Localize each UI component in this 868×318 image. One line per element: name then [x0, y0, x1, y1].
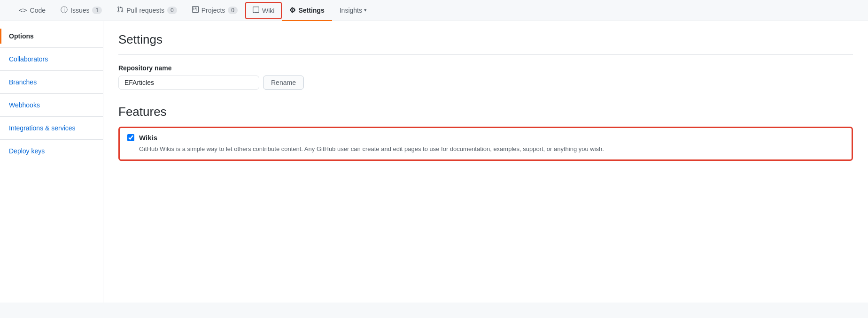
repo-name-group: Repository name Rename — [118, 64, 853, 90]
page-title: Settings — [118, 32, 853, 55]
tab-settings[interactable]: ⚙ Settings — [282, 0, 332, 21]
code-icon: <> — [19, 6, 27, 14]
page-content: Options Collaborators Branches Webhooks … — [0, 21, 868, 303]
main-content: Settings Repository name Rename Features… — [103, 21, 868, 303]
features-section: Features Wikis GitHub Wikis is a simple … — [118, 105, 853, 161]
sidebar-item-branches[interactable]: Branches — [0, 75, 103, 90]
wiki-icon — [253, 7, 259, 15]
rename-button[interactable]: Rename — [263, 76, 304, 90]
tab-wiki[interactable]: Wiki — [245, 2, 282, 19]
repo-name-label: Repository name — [118, 64, 853, 72]
tab-insights[interactable]: Insights ▾ — [332, 1, 374, 21]
sidebar-item-deploy-keys[interactable]: Deploy keys — [0, 144, 103, 159]
projects-icon — [192, 6, 199, 14]
sidebar-item-options[interactable]: Options — [0, 29, 103, 44]
wikis-feature-header: Wikis — [127, 134, 844, 142]
issues-icon: ⓘ — [61, 6, 68, 15]
pull-requests-badge: 0 — [167, 7, 177, 14]
projects-badge: 0 — [228, 7, 238, 14]
sidebar-divider-4 — [0, 116, 103, 117]
tab-code[interactable]: <> Code — [11, 0, 53, 21]
wikis-feature-description: GitHub Wikis is a simple way to let othe… — [139, 144, 844, 154]
tab-projects[interactable]: Projects 0 — [185, 0, 245, 21]
sidebar-divider-5 — [0, 139, 103, 140]
sidebar-item-collaborators[interactable]: Collaborators — [0, 52, 103, 67]
sidebar-item-integrations[interactable]: Integrations & services — [0, 121, 103, 136]
sidebar: Options Collaborators Branches Webhooks … — [0, 21, 103, 303]
tab-issues[interactable]: ⓘ Issues 1 — [53, 0, 109, 21]
sidebar-divider-2 — [0, 70, 103, 71]
tab-bar: <> Code ⓘ Issues 1 Pull requests 0 Proje… — [0, 0, 868, 21]
features-title: Features — [118, 105, 853, 119]
wikis-checkbox[interactable] — [127, 134, 134, 141]
settings-icon: ⚙ — [289, 6, 295, 15]
sidebar-divider-3 — [0, 93, 103, 94]
tab-pull-requests[interactable]: Pull requests 0 — [109, 0, 185, 21]
sidebar-item-webhooks[interactable]: Webhooks — [0, 98, 103, 113]
wikis-feature-name: Wikis — [139, 134, 157, 142]
chevron-down-icon: ▾ — [364, 7, 367, 13]
issues-badge: 1 — [92, 7, 102, 14]
repo-name-field-row: Rename — [118, 76, 853, 90]
repo-name-input[interactable] — [118, 76, 259, 90]
pull-request-icon — [117, 6, 124, 14]
sidebar-divider — [0, 47, 103, 48]
wikis-feature-card: Wikis GitHub Wikis is a simple way to le… — [118, 127, 853, 161]
